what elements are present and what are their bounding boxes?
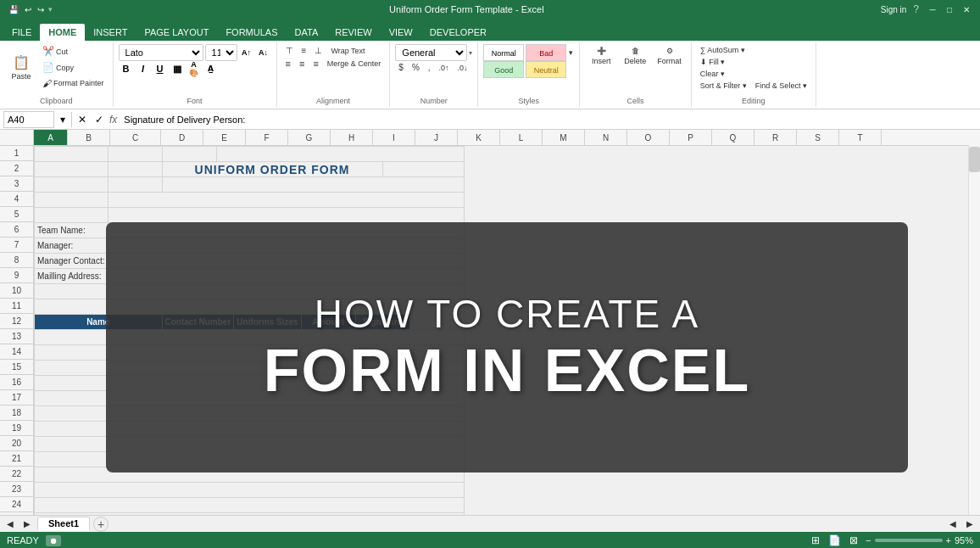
clear-button[interactable]: Clear ▾ — [697, 68, 728, 80]
add-sheet-button[interactable]: + — [93, 517, 109, 532]
delete-button[interactable]: 🗑 Delete — [619, 44, 651, 68]
copy-button[interactable]: 📄 Copy — [39, 60, 108, 75]
save-qat-button[interactable]: 💾 — [7, 4, 20, 15]
cell-A11[interactable] — [35, 299, 109, 315]
find-select-button[interactable]: Find & Select ▾ — [752, 80, 810, 92]
style-good[interactable]: Good — [483, 61, 524, 78]
row-header-10[interactable]: 10 — [0, 283, 33, 299]
sort-filter-button[interactable]: Sort & Filter ▾ — [697, 80, 750, 92]
font-name-select[interactable]: Lato — [119, 44, 203, 61]
cell-B1[interactable] — [108, 147, 162, 162]
col-header-E[interactable]: E — [203, 130, 246, 145]
zoom-out-icon[interactable]: − — [866, 535, 871, 545]
col-header-M[interactable]: M — [543, 130, 585, 145]
row-header-25[interactable]: 25 — [0, 512, 33, 515]
cell-K2[interactable] — [382, 162, 464, 177]
row-header-3[interactable]: 3 — [0, 176, 33, 192]
insert-button[interactable]: ➕ Insert — [585, 44, 617, 68]
col-header-F[interactable]: F — [246, 130, 288, 145]
number-format-select[interactable]: General — [395, 44, 467, 61]
undo-qat-button[interactable]: ↩ — [23, 4, 33, 15]
increase-font-button[interactable]: A↑ — [239, 45, 254, 60]
tab-insert[interactable]: INSERT — [85, 24, 136, 41]
row-header-6[interactable]: 6 — [0, 222, 33, 238]
align-left-button[interactable]: ≡ — [282, 57, 294, 70]
row-header-8[interactable]: 8 — [0, 253, 33, 268]
cell-D1[interactable] — [216, 147, 464, 162]
scroll-sheets-right-button[interactable]: ▶ — [20, 517, 34, 530]
col-header-T[interactable]: T — [839, 130, 882, 145]
row-header-5[interactable]: 5 — [0, 207, 33, 222]
redo-qat-button[interactable]: ↪ — [36, 4, 46, 15]
cell-A7[interactable]: Manager: — [35, 238, 109, 254]
col-header-R[interactable]: R — [754, 130, 797, 145]
close-button[interactable]: ✕ — [960, 3, 973, 15]
comma-button[interactable]: , — [425, 61, 434, 74]
col-header-O[interactable]: O — [627, 130, 670, 145]
cell-A25[interactable] — [35, 513, 465, 516]
wrap-text-button[interactable]: Wrap Text — [327, 45, 368, 57]
row-header-22[interactable]: 22 — [0, 467, 33, 482]
vertical-scrollbar[interactable] — [968, 145, 980, 515]
confirm-formula-button[interactable]: ✓ — [92, 114, 106, 126]
col-header-J[interactable]: J — [415, 130, 458, 145]
cell-C1[interactable] — [162, 147, 216, 162]
row-header-15[interactable]: 15 — [0, 360, 33, 375]
col-header-D[interactable]: D — [161, 130, 203, 145]
row-header-16[interactable]: 16 — [0, 375, 33, 390]
tab-developer[interactable]: DEVELOPER — [421, 24, 495, 41]
font-color-button[interactable]: A̲ — [203, 61, 219, 76]
row-header-19[interactable]: 19 — [0, 421, 33, 436]
cell-A3[interactable] — [35, 177, 109, 193]
col-header-G[interactable]: G — [288, 130, 331, 145]
format-painter-button[interactable]: 🖌 Format Painter — [39, 76, 108, 90]
cell-A10[interactable] — [35, 284, 109, 299]
row-header-12[interactable]: 12 — [0, 314, 33, 329]
cell-C2[interactable]: UNIFORM ORDER FORM — [162, 162, 382, 177]
col-header-L[interactable]: L — [500, 130, 543, 145]
row-header-11[interactable]: 11 — [0, 299, 33, 314]
col-header-S[interactable]: S — [797, 130, 839, 145]
cell-A2[interactable] — [35, 162, 109, 177]
row-header-13[interactable]: 13 — [0, 329, 33, 344]
border-button[interactable]: ▦ — [170, 61, 185, 76]
align-center-button[interactable]: ≡ — [296, 57, 308, 70]
row-header-21[interactable]: 21 — [0, 451, 33, 467]
sheet-tab-sheet1[interactable]: Sheet1 — [37, 517, 90, 531]
style-neutral[interactable]: Neutral — [526, 61, 566, 78]
page-layout-view-button[interactable]: 📄 — [827, 534, 842, 547]
cell-A5[interactable] — [35, 208, 109, 223]
col-header-I[interactable]: I — [373, 130, 415, 145]
tab-formulas[interactable]: FORMULAS — [217, 24, 286, 41]
row-header-7[interactable]: 7 — [0, 238, 33, 253]
cell-A9[interactable]: Mailling Address: — [35, 269, 109, 284]
style-normal[interactable]: Normal — [483, 44, 524, 61]
name-box-expand-button[interactable]: ▾ — [58, 114, 68, 126]
italic-button[interactable]: I — [136, 61, 151, 76]
row-header-17[interactable]: 17 — [0, 390, 33, 405]
cell-B3[interactable] — [108, 177, 162, 193]
underline-button[interactable]: U — [153, 61, 168, 76]
tab-page-layout[interactable]: PAGE LAYOUT — [136, 24, 217, 41]
help-icon[interactable]: ? — [913, 3, 919, 15]
tab-file[interactable]: FILE — [3, 24, 40, 41]
row-header-14[interactable]: 14 — [0, 344, 33, 360]
zoom-in-icon[interactable]: + — [946, 535, 951, 545]
tab-view[interactable]: VIEW — [381, 24, 421, 41]
col-header-N[interactable]: N — [585, 130, 627, 145]
font-size-select[interactable]: 11 — [205, 44, 237, 61]
col-header-B[interactable]: B — [68, 130, 110, 145]
fill-color-button[interactable]: A🎨 — [187, 61, 202, 76]
align-top-button[interactable]: ⊤ — [282, 44, 297, 57]
row-header-20[interactable]: 20 — [0, 436, 33, 451]
page-break-view-button[interactable]: ⊠ — [849, 534, 859, 547]
cell-C3[interactable] — [162, 177, 464, 193]
cancel-formula-button[interactable]: ✕ — [75, 114, 89, 126]
cell-B4[interactable] — [108, 193, 464, 208]
col-header-A[interactable]: A — [34, 130, 68, 145]
row-header-23[interactable]: 23 — [0, 482, 33, 497]
cell-A24[interactable] — [35, 498, 465, 513]
zoom-slider[interactable] — [875, 539, 943, 542]
col-header-K[interactable]: K — [458, 130, 500, 145]
accounting-button[interactable]: $ — [395, 61, 407, 74]
